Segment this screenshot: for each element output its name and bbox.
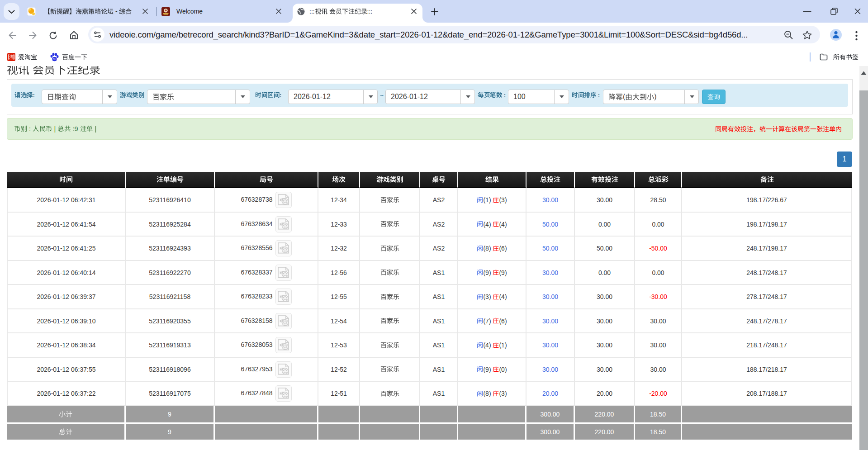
svg-text:du: du [53, 57, 57, 61]
